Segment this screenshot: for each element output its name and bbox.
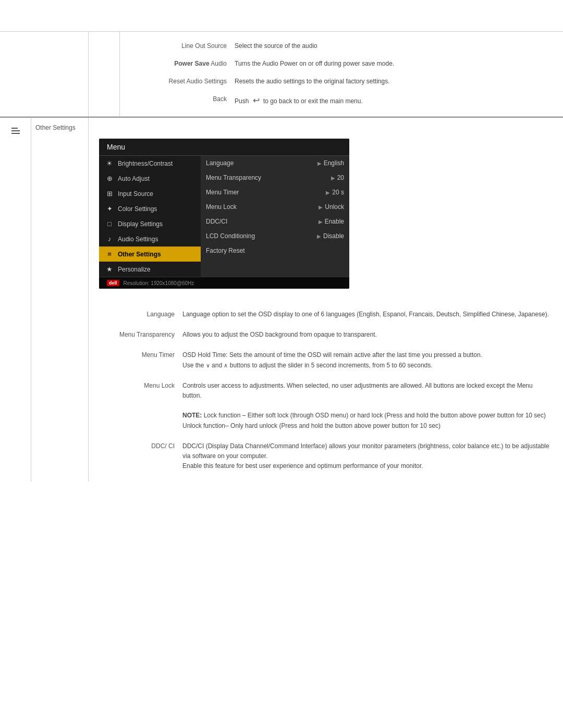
menu-transparency-value: ▶ 20 [331, 174, 344, 181]
osd-resolution-text: Resolution: 1920x1080@60Hz [124, 280, 194, 286]
hamburger-line-2 [11, 130, 20, 131]
power-save-bold: Power Save [174, 60, 209, 67]
audio-table: Line Out Source Select the source of the… [130, 37, 553, 111]
lcd-conditioning-right-label: LCD Conditioning [206, 232, 255, 240]
desc-section: Language Language option to set the OSD … [89, 299, 563, 482]
lcd-conditioning-value: ▶ Disable [317, 232, 344, 240]
page-wrapper: Line Out Source Select the source of the… [0, 0, 563, 728]
osd-menu-other-settings-label: Other Settings [118, 251, 161, 258]
osd-menu-item-color-settings[interactable]: ✦ Color Settings [99, 201, 201, 216]
osd-footer: dell Resolution: 1920x1080@60Hz [99, 277, 349, 289]
osd-right-row-factory-reset: Factory Reset [201, 243, 349, 258]
language-desc-label: Language [99, 310, 182, 318]
osd-right-row-lcd-conditioning: LCD Conditioning ▶ Disable [201, 229, 349, 243]
osd-right-panel: Language ▶ English Menu Transparency ▶ 2… [201, 156, 349, 277]
menu-transparency-desc-text: Allows you to adjust the OSD background … [182, 330, 553, 340]
auto-adjust-icon: ⊕ [104, 175, 115, 182]
menu-transparency-arrow: ▶ [331, 175, 335, 181]
power-save-desc: Turns the Audio Power on or off during p… [235, 59, 553, 68]
osd-menu-brightness-label: Brightness/Contrast [118, 160, 173, 167]
osd-menu-personalize-label: Personalize [118, 266, 151, 273]
osd-menu-display-settings-label: Display Settings [118, 220, 163, 228]
osd-menu-title: Menu [99, 139, 349, 156]
audio-right-content: Line Out Source Select the source of the… [120, 32, 563, 116]
back-arrow-icon: ↩ [253, 94, 260, 107]
menu-lock-arrow: ▶ [319, 204, 323, 210]
desc-row-menu-timer: Menu Timer OSD Hold Time: Sets the amoun… [99, 345, 553, 375]
osd-right-row-menu-timer: Menu Timer ▶ 20 s [201, 185, 349, 200]
personalize-icon: ★ [104, 265, 115, 273]
audio-row-back: Back Push ↩ to go back to or exit the ma… [130, 90, 553, 111]
menu-timer-arrow: ▶ [326, 190, 330, 195]
input-source-icon: ⊞ [104, 190, 115, 198]
osd-menu-auto-adjust-label: Auto Adjust [118, 175, 150, 182]
menu-transparency-right-label: Menu Transparency [206, 174, 261, 181]
osd-right-row-ddc-ci: DDC/CI ▶ Enable [201, 214, 349, 229]
lcd-conditioning-arrow: ▶ [317, 233, 321, 239]
desc-row-menu-lock: Menu Lock Controls user access to adjust… [99, 376, 553, 436]
menu-lock-desc-text: Controls user access to adjustments. Whe… [182, 381, 553, 431]
menu-lock-value: ▶ Unlock [319, 203, 344, 211]
dell-logo: dell [107, 280, 119, 286]
osd-menu-item-other-settings[interactable]: ≡ Other Settings [99, 246, 201, 262]
ddc-ci-desc-text: DDC/CI (Display Data Channel/Command Int… [182, 441, 553, 472]
ddc-ci-value: ▶ Enable [319, 218, 344, 225]
other-settings-section: Other Settings Menu ☀ Brightness/Contras… [0, 117, 563, 482]
ddc-ci-desc-label: DDC/ CI [99, 441, 182, 450]
hamburger-icon [9, 126, 22, 136]
osd-menu-item-audio-settings[interactable]: ♪ Audio Settings [99, 231, 201, 246]
other-settings-right: Menu ☀ Brightness/Contrast ⊕ Auto Adjust [89, 118, 563, 482]
menu-lock-desc-label: Menu Lock [99, 381, 182, 389]
osd-menu-item-auto-adjust[interactable]: ⊕ Auto Adjust [99, 171, 201, 186]
down-arrow-icon: ∨ [206, 361, 210, 371]
osd-left-panel: ☀ Brightness/Contrast ⊕ Auto Adjust ⊞ In… [99, 156, 201, 277]
osd-menu-item-personalize[interactable]: ★ Personalize [99, 262, 201, 277]
osd-menu-item-brightness[interactable]: ☀ Brightness/Contrast [99, 156, 201, 171]
hamburger-line-1 [11, 128, 18, 129]
reset-audio-desc: Resets the audio settings to the origina… [235, 77, 553, 86]
ddc-ci-right-label: DDC/CI [206, 218, 227, 225]
factory-reset-right-label: Factory Reset [206, 247, 245, 254]
back-desc: Push ↩ to go back to or exit the main me… [235, 94, 553, 107]
audio-section: Line Out Source Select the source of the… [0, 31, 563, 117]
osd-menu-input-source-label: Input Source [118, 190, 153, 198]
osd-menu-audio-settings-label: Audio Settings [118, 236, 158, 243]
audio-row-line-out: Line Out Source Select the source of the… [130, 37, 553, 55]
other-settings-menu-icon: ≡ [104, 250, 115, 258]
line-out-source-label: Line Out Source [130, 41, 235, 50]
osd-right-row-menu-lock: Menu Lock ▶ Unlock [201, 200, 349, 214]
audio-left-col [0, 32, 89, 116]
audio-settings-icon: ♪ [104, 235, 115, 243]
menu-lock-right-label: Menu Lock [206, 203, 237, 211]
osd-right-row-menu-transparency: Menu Transparency ▶ 20 [201, 170, 349, 185]
power-save-label: Power Save Audio [130, 59, 235, 67]
back-label: Back [130, 94, 235, 103]
ddc-ci-arrow: ▶ [319, 219, 323, 225]
osd-menu-item-display-settings[interactable]: □ Display Settings [99, 216, 201, 231]
language-arrow: ▶ [317, 161, 322, 166]
menu-timer-right-label: Menu Timer [206, 189, 239, 196]
osd-menu: Menu ☀ Brightness/Contrast ⊕ Auto Adjust [99, 139, 349, 289]
line-out-source-desc: Select the source of the audio [235, 41, 553, 51]
menu-transparency-desc-label: Menu Transparency [99, 330, 182, 338]
osd-menu-item-input-source[interactable]: ⊞ Input Source [99, 186, 201, 201]
color-settings-icon: ✦ [104, 205, 115, 213]
hamburger-line-3 [11, 133, 20, 134]
language-right-label: Language [206, 159, 234, 167]
up-arrow-icon: ∧ [224, 361, 228, 371]
display-settings-icon: □ [104, 220, 115, 228]
reset-audio-label: Reset Audio Settings [130, 77, 235, 85]
osd-right-row-language: Language ▶ English [201, 156, 349, 170]
brightness-icon: ☀ [104, 159, 115, 167]
audio-icon-col [89, 32, 120, 116]
osd-menu-body: ☀ Brightness/Contrast ⊕ Auto Adjust ⊞ In… [99, 156, 349, 277]
audio-row-reset: Reset Audio Settings Resets the audio se… [130, 72, 553, 90]
language-value: ▶ English [317, 159, 344, 167]
other-settings-icon-col [0, 118, 31, 482]
other-settings-section-label: Other Settings [35, 124, 76, 131]
menu-timer-desc-label: Menu Timer [99, 350, 182, 359]
osd-menu-color-settings-label: Color Settings [118, 205, 157, 213]
menu-lock-note: NOTE: [182, 412, 202, 419]
audio-row-power-save: Power Save Audio Turns the Audio Power o… [130, 55, 553, 72]
other-settings-label-col: Other Settings [31, 118, 89, 482]
